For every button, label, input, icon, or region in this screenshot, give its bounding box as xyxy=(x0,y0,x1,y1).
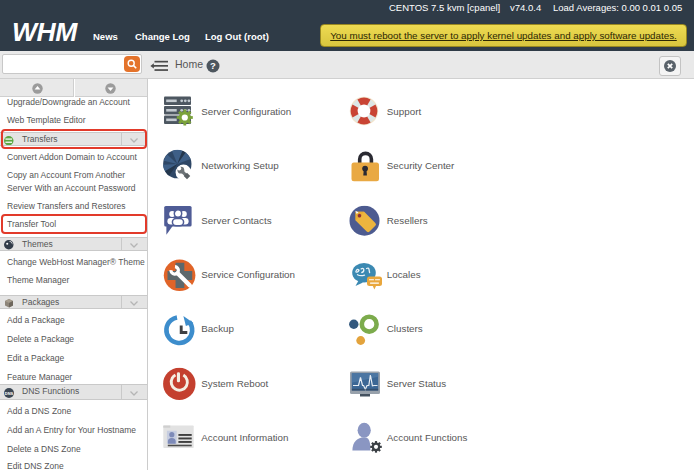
svg-text:DNS: DNS xyxy=(5,391,14,396)
svg-text:?: ? xyxy=(210,60,216,71)
